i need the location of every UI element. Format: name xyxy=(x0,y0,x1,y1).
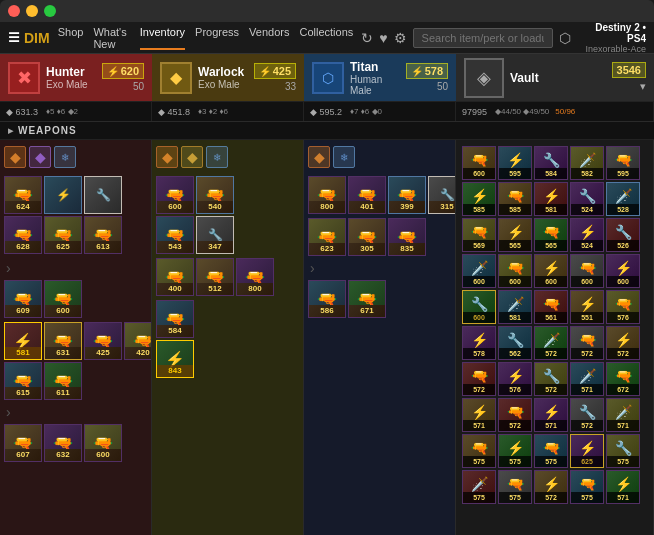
warlock-kinetic-2[interactable]: 🔫 540 xyxy=(196,176,234,214)
vault-item-30[interactable]: 🔫572 xyxy=(462,362,496,396)
vault-item-0[interactable]: 🔫600 xyxy=(462,146,496,180)
warlock-kinetic-3[interactable]: 🔫 543 xyxy=(156,216,194,254)
vault-item-7[interactable]: ⚡581 xyxy=(534,182,568,216)
vault-item-37[interactable]: ⚡571 xyxy=(534,398,568,432)
titan-kinetic-2[interactable]: 🔫 401 xyxy=(348,176,386,214)
hunter-kinetic-5[interactable]: 🔫 625 xyxy=(44,216,82,254)
like-icon[interactable]: ♥ xyxy=(379,30,387,46)
vault-item-49[interactable]: ⚡571 xyxy=(606,470,640,504)
menu-icon[interactable]: ☰ xyxy=(8,30,20,45)
settings-icon[interactable]: ⚙ xyxy=(394,30,407,46)
titan-kinetic-3[interactable]: 🔫 399 xyxy=(388,176,426,214)
hunter-energy-2[interactable]: 🔫 600 xyxy=(44,280,82,318)
hunter-power-4[interactable]: 🔫 420 xyxy=(124,322,152,360)
titan-scroll-right[interactable]: › xyxy=(308,258,317,278)
warlock-power-2[interactable]: ⚡ 843 xyxy=(156,340,194,378)
vault-item-45[interactable]: 🗡️575 xyxy=(462,470,496,504)
vault-item-14[interactable]: 🔧526 xyxy=(606,218,640,252)
vault-item-17[interactable]: ⚡600 xyxy=(534,254,568,288)
vault-item-2[interactable]: 🔧584 xyxy=(534,146,568,180)
hunter-kinetic-1[interactable]: 🔫 624 xyxy=(4,176,42,214)
vault-item-33[interactable]: 🗡️571 xyxy=(570,362,604,396)
vault-item-12[interactable]: 🔫565 xyxy=(534,218,568,252)
vault-item-10[interactable]: 🔫569 xyxy=(462,218,496,252)
vault-item-40[interactable]: 🔫575 xyxy=(462,434,496,468)
hunter-power-1[interactable]: ⚡ 581 xyxy=(4,322,42,360)
vault-item-13[interactable]: ⚡524 xyxy=(570,218,604,252)
nav-vendors[interactable]: Vendors xyxy=(249,26,289,50)
vault-item-47[interactable]: ⚡572 xyxy=(534,470,568,504)
nav-shop[interactable]: Shop xyxy=(58,26,84,50)
hunter-power-9[interactable]: 🔫 600 xyxy=(84,424,122,462)
vault-scroll[interactable]: 🔫600⚡595🔧584🗡️582🔫595⚡585🔫585⚡581🔧524🗡️5… xyxy=(460,144,649,531)
hunter-kinetic-4[interactable]: 🔫 628 xyxy=(4,216,42,254)
titan-power-1[interactable]: 🔫 586 xyxy=(308,280,346,318)
warlock-header[interactable]: ◆ Warlock Exo Male ⚡ 425 33 xyxy=(152,54,304,101)
vault-item-15[interactable]: 🗡️600 xyxy=(462,254,496,288)
hunter-power-5[interactable]: 🔫 615 xyxy=(4,362,42,400)
titan-kinetic-4[interactable]: 🔧 315 xyxy=(428,176,456,214)
vault-item-11[interactable]: ⚡565 xyxy=(498,218,532,252)
vault-item-20[interactable]: 🔧600 xyxy=(462,290,496,324)
vault-item-36[interactable]: 🔫572 xyxy=(498,398,532,432)
vault-item-9[interactable]: 🗡️528 xyxy=(606,182,640,216)
nav-whats-new[interactable]: What's New xyxy=(93,26,129,50)
vault-item-28[interactable]: 🔫572 xyxy=(570,326,604,360)
vault-item-44[interactable]: 🔧575 xyxy=(606,434,640,468)
hunter-power-6[interactable]: 🔫 611 xyxy=(44,362,82,400)
warlock-energy-2[interactable]: 🔫 512 xyxy=(196,258,234,296)
titan-power-2[interactable]: 🔫 671 xyxy=(348,280,386,318)
warlock-energy-3[interactable]: 🔫 800 xyxy=(236,258,274,296)
vault-item-18[interactable]: 🔫600 xyxy=(570,254,604,288)
nav-inventory[interactable]: Inventory xyxy=(140,26,185,50)
nav-collections[interactable]: Collections xyxy=(299,26,353,50)
warlock-energy-1[interactable]: 🔫 400 xyxy=(156,258,194,296)
vault-item-21[interactable]: 🗡️581 xyxy=(498,290,532,324)
vault-item-48[interactable]: 🔫575 xyxy=(570,470,604,504)
vault-item-29[interactable]: ⚡572 xyxy=(606,326,640,360)
vault-item-19[interactable]: ⚡600 xyxy=(606,254,640,288)
vault-item-38[interactable]: 🔧572 xyxy=(570,398,604,432)
vault-item-34[interactable]: 🔫672 xyxy=(606,362,640,396)
close-button[interactable] xyxy=(8,5,20,17)
vault-item-5[interactable]: ⚡585 xyxy=(462,182,496,216)
vault-item-25[interactable]: ⚡578 xyxy=(462,326,496,360)
titan-header[interactable]: ⬡ Titan Human Male ⚡ 578 50 xyxy=(304,54,456,101)
vault-item-1[interactable]: ⚡595 xyxy=(498,146,532,180)
hunter-energy-1[interactable]: 🔫 609 xyxy=(4,280,42,318)
titan-energy-3[interactable]: 🔫 835 xyxy=(388,218,426,256)
vault-item-22[interactable]: 🔫561 xyxy=(534,290,568,324)
vault-item-6[interactable]: 🔫585 xyxy=(498,182,532,216)
minimize-button[interactable] xyxy=(26,5,38,17)
vault-item-41[interactable]: ⚡575 xyxy=(498,434,532,468)
vault-item-24[interactable]: 🔫576 xyxy=(606,290,640,324)
vault-item-32[interactable]: 🔧572 xyxy=(534,362,568,396)
vault-item-42[interactable]: 🔫575 xyxy=(534,434,568,468)
vault-expand-icon[interactable]: ▾ xyxy=(640,80,646,93)
hunter-power-2[interactable]: 🔫 631 xyxy=(44,322,82,360)
vault-item-43[interactable]: ⚡625 xyxy=(570,434,604,468)
vault-item-39[interactable]: 🗡️571 xyxy=(606,398,640,432)
titan-energy-2[interactable]: 🔫 305 xyxy=(348,218,386,256)
vault-item-4[interactable]: 🔫595 xyxy=(606,146,640,180)
hunter-power-7[interactable]: 🔫 607 xyxy=(4,424,42,462)
warlock-power-1[interactable]: 🔫 584 xyxy=(156,300,194,338)
vault-item-35[interactable]: ⚡571 xyxy=(462,398,496,432)
hunter-scroll-right2[interactable]: › xyxy=(4,402,13,422)
hunter-header[interactable]: ✖ Hunter Exo Male ⚡ 620 50 xyxy=(0,54,152,101)
refresh-icon[interactable]: ↻ xyxy=(361,30,373,46)
titan-energy-1[interactable]: 🔫 623 xyxy=(308,218,346,256)
hunter-kinetic-3[interactable]: 🔧 xyxy=(84,176,122,214)
hunter-power-3[interactable]: 🔫 425 xyxy=(84,322,122,360)
vault-item-16[interactable]: 🔫600 xyxy=(498,254,532,288)
hunter-scroll-right[interactable]: › xyxy=(4,258,13,278)
hunter-kinetic-2[interactable]: ⚡ xyxy=(44,176,82,214)
vault-item-3[interactable]: 🗡️582 xyxy=(570,146,604,180)
vault-item-26[interactable]: 🔧562 xyxy=(498,326,532,360)
vault-item-8[interactable]: 🔧524 xyxy=(570,182,604,216)
maximize-button[interactable] xyxy=(44,5,56,17)
vault-item-27[interactable]: 🗡️572 xyxy=(534,326,568,360)
warlock-kinetic-4[interactable]: 🔧 347 xyxy=(196,216,234,254)
vault-item-23[interactable]: ⚡551 xyxy=(570,290,604,324)
vault-item-31[interactable]: ⚡576 xyxy=(498,362,532,396)
